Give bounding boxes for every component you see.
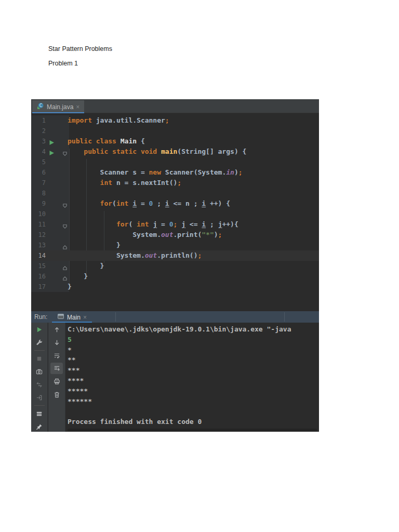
java-class-icon: C: [37, 102, 44, 112]
console-output-line: ****: [68, 376, 319, 386]
editor-gutter: 7: [31, 178, 69, 188]
editor-tab-label: Main.java: [47, 103, 73, 111]
document-subheading: Problem 1: [48, 60, 78, 67]
rerun-icon[interactable]: [33, 324, 46, 335]
print-icon[interactable]: [50, 376, 63, 387]
close-icon[interactable]: ×: [83, 314, 87, 321]
code-text: }: [68, 282, 72, 292]
run-tab-label: Main: [67, 314, 81, 321]
thread-dump-camera-icon[interactable]: [33, 366, 46, 377]
fold-close-icon[interactable]: [62, 274, 68, 279]
code-rows: 1import java.util.Scanner;23public class…: [31, 115, 319, 292]
editor-gutter: 3: [31, 136, 69, 147]
code-line: 7 int n = s.nextInt();: [31, 178, 319, 188]
code-editor[interactable]: 1import java.util.Scanner;23public class…: [31, 113, 319, 311]
soft-wrap-icon[interactable]: [50, 350, 63, 361]
header-separator: [115, 312, 116, 322]
editor-gutter: 6: [31, 167, 69, 178]
line-number: 2: [31, 126, 46, 136]
code-text: import java.util.Scanner;: [68, 115, 169, 126]
code-line: 1import java.util.Scanner;: [31, 115, 319, 126]
code-line: 11 for( int j = 0; j <= i ; j++){: [31, 219, 319, 230]
code-text: System.out.println();: [68, 250, 202, 261]
editor-tab-bar: C Main.java ×: [31, 99, 319, 113]
editor-gutter: 10: [31, 209, 69, 219]
editor-gutter: 17: [31, 282, 69, 292]
editor-gutter: 2: [31, 126, 69, 136]
console-input-line: 5: [68, 335, 319, 345]
console-tab-icon: [57, 313, 64, 322]
code-text: public static void main(String[] args) {: [68, 147, 246, 157]
fold-open-icon[interactable]: [62, 201, 68, 206]
console-output-line: [68, 406, 319, 417]
stop-icon[interactable]: [33, 353, 46, 364]
line-number: 10: [31, 209, 46, 219]
down-stack-icon[interactable]: [50, 337, 63, 348]
editor-gutter: 16: [31, 271, 69, 282]
line-number: 14: [31, 250, 46, 261]
fold-open-icon[interactable]: [62, 222, 68, 227]
code-line: 5: [31, 157, 319, 167]
line-number: 5: [31, 157, 46, 167]
line-number: 15: [31, 261, 46, 271]
line-number: 7: [31, 178, 46, 188]
run-console-panel: C:\Users\navee\.jdks\openjdk-19.0.1\bin\…: [31, 323, 319, 432]
console-output-line: ***: [68, 365, 319, 376]
code-line: 3public class Main {: [31, 136, 319, 147]
scroll-to-end-icon[interactable]: [50, 363, 63, 374]
console-output-line: Process finished with exit code 0: [68, 417, 319, 427]
svg-text:C: C: [39, 103, 43, 108]
toolbar-separator: [34, 350, 45, 351]
ide-screenshot: C Main.java × 1import java.util.Scanner;…: [31, 99, 319, 432]
line-number: 4: [31, 147, 46, 157]
run-toolwindow-header: Run: Main ×: [31, 311, 319, 323]
code-line: 15 }: [31, 261, 319, 271]
code-text: }: [68, 271, 88, 282]
pin-icon[interactable]: [33, 421, 46, 432]
run-line-icon[interactable]: [49, 138, 55, 144]
editor-tab-main-java[interactable]: C Main.java ×: [32, 100, 84, 113]
code-line: 16 }: [31, 271, 319, 282]
console-output-line: *****: [68, 386, 319, 396]
horizontal-scrollbar[interactable]: [68, 429, 317, 431]
run-line-icon[interactable]: [49, 149, 55, 154]
console-toolbar: [48, 323, 65, 432]
code-line: 2: [31, 126, 319, 136]
toolbar-separator: [34, 405, 45, 406]
editor-gutter: 13: [31, 240, 69, 250]
line-number: 6: [31, 167, 46, 178]
code-line: 8: [31, 188, 319, 198]
clear-icon[interactable]: [50, 389, 63, 400]
editor-gutter: 1: [31, 115, 69, 126]
console-output-line: **: [68, 355, 319, 365]
code-line: 12 System.out.print("*");: [31, 230, 319, 240]
editor-gutter: 11: [31, 219, 69, 230]
code-line: 9 for(int i = 0 ; i <= n ; i ++) {: [31, 198, 319, 209]
code-line: 17}: [31, 282, 319, 292]
restore-layout-icon[interactable]: [33, 408, 46, 419]
code-text: Scanner s = new Scanner(System.in);: [68, 167, 243, 178]
fold-open-icon[interactable]: [62, 149, 68, 154]
code-line: 10: [31, 209, 319, 219]
editor-gutter: 5: [31, 157, 69, 167]
show-console-icon[interactable]: [33, 392, 46, 403]
close-icon[interactable]: ×: [76, 104, 79, 110]
code-text: System.out.print("*");: [68, 230, 222, 240]
fold-close-icon[interactable]: [62, 263, 68, 269]
up-stack-icon[interactable]: [50, 324, 63, 335]
line-number: 8: [31, 188, 46, 198]
header-separator: [284, 312, 285, 322]
console-output[interactable]: C:\Users\navee\.jdks\openjdk-19.0.1\bin\…: [68, 324, 319, 428]
document-heading: Star Pattern Problems: [48, 45, 112, 52]
code-text: int n = s.nextInt();: [68, 178, 181, 188]
fold-close-icon[interactable]: [62, 243, 68, 248]
run-tab-main[interactable]: Main ×: [52, 311, 92, 323]
code-line: 13 }: [31, 240, 319, 250]
rerun-failed-icon[interactable]: [33, 379, 46, 390]
code-text: for(int i = 0 ; i <= n ; i ++) {: [68, 198, 230, 209]
line-number: 3: [31, 136, 46, 147]
line-number: 16: [31, 271, 46, 282]
code-line: 4 public static void main(String[] args)…: [31, 147, 319, 157]
settings-wrench-icon[interactable]: [33, 337, 46, 348]
run-toolbar: [31, 323, 48, 432]
